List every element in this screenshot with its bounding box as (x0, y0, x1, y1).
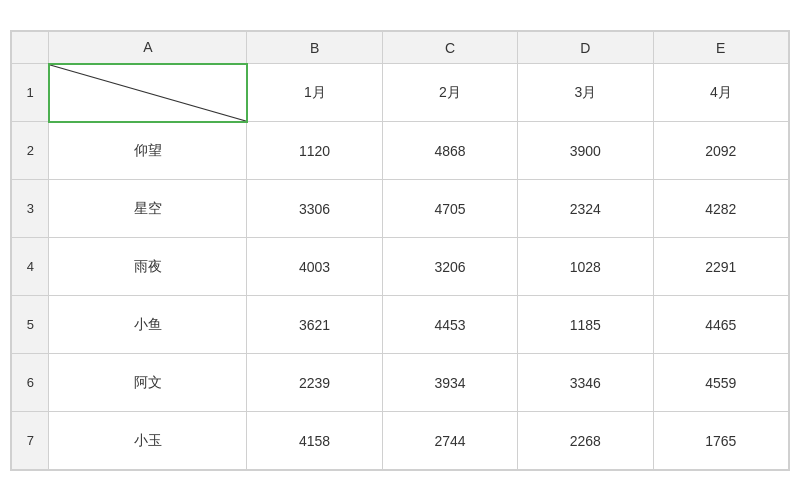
cell-b6[interactable]: 2239 (247, 354, 382, 412)
row-num-6: 6 (12, 354, 49, 412)
cell-c5[interactable]: 4453 (382, 296, 517, 354)
table-row: 5 小鱼 3621 4453 1185 4465 (12, 296, 789, 354)
table-row: 7 小玉 4158 2744 2268 1765 (12, 412, 789, 470)
table-row: 4 雨夜 4003 3206 1028 2291 (12, 238, 789, 296)
row-num-2: 2 (12, 122, 49, 180)
table-row: 3 星空 3306 4705 2324 4282 (12, 180, 789, 238)
cell-b7[interactable]: 4158 (247, 412, 382, 470)
cell-d1[interactable]: 3月 (518, 64, 653, 122)
row-num-3: 3 (12, 180, 49, 238)
table-row: 2 仰望 1120 4868 3900 2092 (12, 122, 789, 180)
cell-e7[interactable]: 1765 (653, 412, 788, 470)
row-num-7: 7 (12, 412, 49, 470)
col-header-e: E (653, 32, 788, 64)
cell-d4[interactable]: 1028 (518, 238, 653, 296)
cell-b3[interactable]: 3306 (247, 180, 382, 238)
cell-e4[interactable]: 2291 (653, 238, 788, 296)
cell-b4[interactable]: 4003 (247, 238, 382, 296)
cell-a6[interactable]: 阿文 (49, 354, 247, 412)
cell-c1[interactable]: 2月 (382, 64, 517, 122)
cell-c4[interactable]: 3206 (382, 238, 517, 296)
cell-e2[interactable]: 2092 (653, 122, 788, 180)
diagonal-line (50, 65, 246, 121)
cell-d7[interactable]: 2268 (518, 412, 653, 470)
col-header-b: B (247, 32, 382, 64)
cell-b2[interactable]: 1120 (247, 122, 382, 180)
cell-a4[interactable]: 雨夜 (49, 238, 247, 296)
svg-line-0 (50, 65, 246, 121)
cell-c3[interactable]: 4705 (382, 180, 517, 238)
col-header-d: D (518, 32, 653, 64)
corner-header (12, 32, 49, 64)
cell-a2[interactable]: 仰望 (49, 122, 247, 180)
cell-c7[interactable]: 2744 (382, 412, 517, 470)
cell-d6[interactable]: 3346 (518, 354, 653, 412)
spreadsheet: A B C D E 1 1月 2月 3月 4月 (10, 30, 790, 471)
cell-d2[interactable]: 3900 (518, 122, 653, 180)
table-row: 6 阿文 2239 3934 3346 4559 (12, 354, 789, 412)
cell-c2[interactable]: 4868 (382, 122, 517, 180)
row-num-4: 4 (12, 238, 49, 296)
cell-b1[interactable]: 1月 (247, 64, 382, 122)
col-header-a: A (49, 32, 247, 64)
cell-e6[interactable]: 4559 (653, 354, 788, 412)
cell-b5[interactable]: 3621 (247, 296, 382, 354)
cell-d5[interactable]: 1185 (518, 296, 653, 354)
cell-a1[interactable] (49, 64, 247, 122)
cell-a3[interactable]: 星空 (49, 180, 247, 238)
cell-e3[interactable]: 4282 (653, 180, 788, 238)
cell-c6[interactable]: 3934 (382, 354, 517, 412)
row-num-1: 1 (12, 64, 49, 122)
cell-a5[interactable]: 小鱼 (49, 296, 247, 354)
cell-e1[interactable]: 4月 (653, 64, 788, 122)
cell-a7[interactable]: 小玉 (49, 412, 247, 470)
cell-d3[interactable]: 2324 (518, 180, 653, 238)
row-num-5: 5 (12, 296, 49, 354)
cell-e5[interactable]: 4465 (653, 296, 788, 354)
col-header-c: C (382, 32, 517, 64)
